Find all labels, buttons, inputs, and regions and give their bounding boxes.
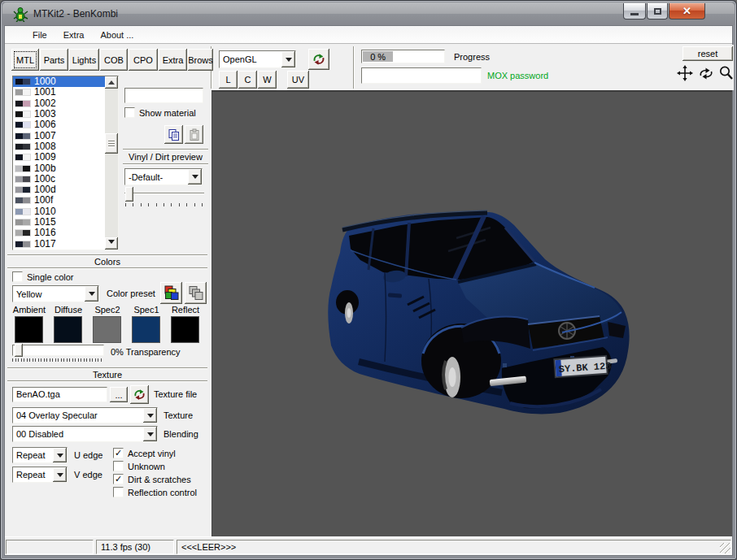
scrollbar-thumb[interactable] <box>105 133 118 154</box>
u-edge-select[interactable]: Repeat <box>12 447 68 463</box>
color-swatch-ambient[interactable] <box>15 316 43 343</box>
tab-brows[interactable]: Brows <box>188 49 213 71</box>
browse-texture-button[interactable]: ... <box>110 387 128 402</box>
paste-material-button[interactable] <box>185 125 203 144</box>
maximize-button[interactable] <box>647 3 668 20</box>
transparency-slider-track[interactable] <box>12 345 104 356</box>
color-preset-dropdown-button[interactable] <box>85 286 98 302</box>
show-material-checkbox[interactable]: Show material <box>124 107 196 118</box>
single-color-checkbox[interactable]: Single color <box>12 271 73 282</box>
blending-value: 00 Disabled <box>13 428 143 441</box>
material-row[interactable] <box>13 250 118 250</box>
material-row[interactable]: 100b <box>13 163 118 173</box>
texture-mode-dropdown-button[interactable] <box>143 408 157 423</box>
material-name-input[interactable] <box>124 88 203 103</box>
close-button[interactable]: ✕ <box>669 3 705 20</box>
renderer-refresh-button[interactable] <box>308 49 329 70</box>
maximize-icon <box>654 8 661 15</box>
mox-password-input[interactable] <box>361 67 482 84</box>
zoom-icon[interactable] <box>718 65 734 81</box>
material-row[interactable]: 1000 <box>13 76 118 87</box>
vinyl-preset-select[interactable]: -Default- <box>124 168 203 185</box>
color-preset-select[interactable]: Yellow <box>12 285 99 302</box>
material-row[interactable]: 1006 <box>13 119 118 130</box>
u-edge-dropdown-button[interactable] <box>53 448 67 462</box>
chevron-down-icon <box>286 58 292 65</box>
material-row[interactable]: 1017 <box>13 238 118 249</box>
color-swatch-spec2[interactable] <box>93 316 121 343</box>
menu-item-extra[interactable]: Extra <box>55 28 93 42</box>
color-swatch-spec1[interactable] <box>132 316 160 343</box>
apply-color-preset-button[interactable] <box>160 282 182 304</box>
gray-color-preset-button[interactable] <box>185 282 207 304</box>
v-edge-dropdown-button[interactable] <box>53 467 67 482</box>
renderer-select[interactable]: OpenGL <box>219 50 296 68</box>
material-row[interactable]: 1007 <box>13 130 118 141</box>
show-material-checkbox-box[interactable] <box>124 107 135 118</box>
blending-dropdown-button[interactable] <box>143 427 157 441</box>
rotate-icon[interactable] <box>697 67 715 80</box>
checkbox-box-accept-vinyl[interactable]: ✓ <box>113 448 124 458</box>
menu-item-file[interactable]: File <box>24 28 55 42</box>
scroll-down-button[interactable] <box>105 237 118 250</box>
material-color-chip <box>15 121 31 128</box>
toolbar-separator-2 <box>353 46 355 89</box>
copy-material-button[interactable] <box>164 125 183 144</box>
blending-select[interactable]: 00 Disabled <box>12 426 158 442</box>
checkbox-reflection-control[interactable]: Reflection control <box>113 487 197 497</box>
material-id-label: 1003 <box>34 109 56 119</box>
reset-button[interactable]: reset <box>682 46 733 61</box>
v-edge-select[interactable]: Repeat <box>12 467 68 483</box>
material-row[interactable]: 1016 <box>13 228 118 238</box>
chevron-down-icon <box>192 175 198 182</box>
tab-cpo[interactable]: CPO <box>129 49 158 71</box>
checkbox-accept-vinyl[interactable]: ✓Accept vinyl <box>113 448 176 458</box>
material-row[interactable]: 1001 <box>13 87 118 98</box>
checkbox-dirt-scratches[interactable]: ✓Dirt & scratches <box>113 474 191 484</box>
reload-texture-button[interactable] <box>130 385 149 404</box>
material-row[interactable]: 1008 <box>13 141 118 152</box>
material-row[interactable]: 1002 <box>13 98 118 109</box>
app-icon <box>13 7 28 22</box>
minimize-button[interactable] <box>623 3 646 20</box>
checkbox-box-dirt-scratches[interactable]: ✓ <box>113 474 124 484</box>
resize-grip[interactable] <box>720 543 730 553</box>
scroll-up-button[interactable] <box>105 76 118 89</box>
texture-mode-select[interactable]: 04 Overlay Specular <box>12 407 158 423</box>
view-button-l[interactable]: L <box>219 71 238 89</box>
color-swatch-diffuse[interactable] <box>54 316 82 343</box>
scroll-up-icon <box>108 77 115 85</box>
material-row[interactable]: 1010 <box>13 206 118 217</box>
renderer-dropdown-button[interactable] <box>281 51 295 67</box>
view-button-uv[interactable]: UV <box>287 71 309 89</box>
viewport-3d[interactable]: SY.BK 123 <box>212 90 732 537</box>
material-list-scrollbar[interactable] <box>105 76 118 250</box>
checkbox-box-reflection-control[interactable] <box>113 487 124 497</box>
color-swatch-reflect[interactable] <box>171 316 199 343</box>
title-bar[interactable]: MTKit2 - BenKombi ✕ <box>2 2 735 25</box>
pan-icon[interactable] <box>677 65 693 81</box>
material-list[interactable]: 10001001100210031006100710081009100b100c… <box>12 76 119 250</box>
mode-tabs: MTLPartsLightsCOBCPOExtraBrows <box>11 49 213 71</box>
tab-cob[interactable]: COB <box>100 49 128 71</box>
menu-item-about[interactable]: About ... <box>92 28 142 42</box>
single-color-checkbox-box[interactable] <box>12 271 23 282</box>
tab-mtl[interactable]: MTL <box>11 49 39 71</box>
vinyl-slider-thumb[interactable] <box>125 187 133 202</box>
texture-file-input[interactable]: BenAO.tga <box>12 387 107 402</box>
material-row[interactable]: 1009 <box>13 152 118 163</box>
tab-lights[interactable]: Lights <box>69 49 99 71</box>
checkbox-unknown[interactable]: Unknown <box>113 461 165 471</box>
view-button-w[interactable]: W <box>258 71 277 89</box>
view-button-c[interactable]: C <box>238 71 257 89</box>
tab-parts[interactable]: Parts <box>40 49 68 71</box>
tab-extra[interactable]: Extra <box>159 49 187 71</box>
checkbox-box-unknown[interactable] <box>113 461 124 471</box>
material-row[interactable]: 100d <box>13 184 118 195</box>
material-row[interactable]: 1015 <box>13 217 118 228</box>
transparency-slider-thumb[interactable] <box>15 344 23 357</box>
material-row[interactable]: 100f <box>13 195 118 206</box>
material-row[interactable]: 1003 <box>13 109 118 119</box>
vinyl-preset-dropdown-button[interactable] <box>188 169 202 184</box>
material-row[interactable]: 100c <box>13 174 118 184</box>
